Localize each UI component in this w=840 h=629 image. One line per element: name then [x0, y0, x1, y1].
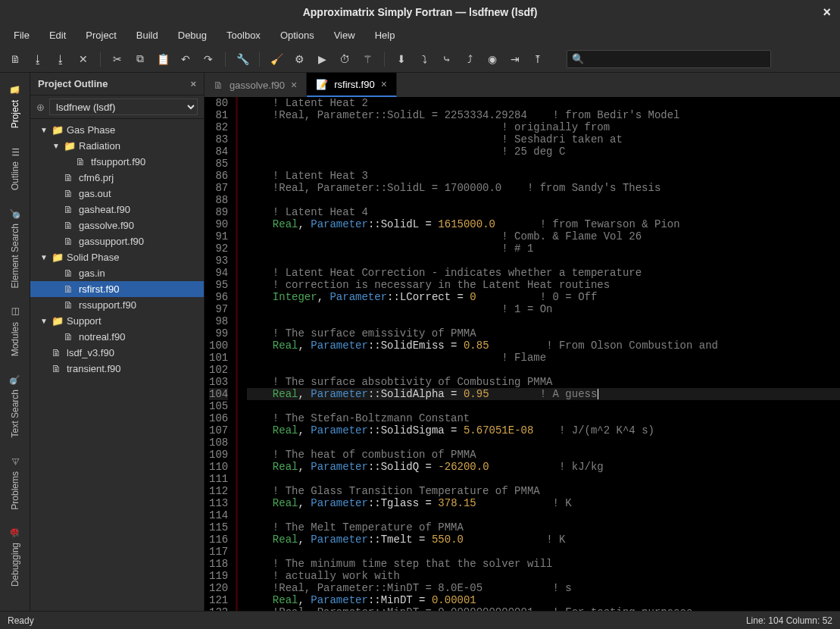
editor-tab-gassolve-f90[interactable]: 🗎gassolve.f90× [205, 73, 307, 97]
panel-close-icon[interactable]: × [190, 78, 196, 89]
tree-gas-in[interactable]: 🗎gas.in [30, 265, 204, 281]
side-tab-modules[interactable]: Modules◫ [7, 298, 23, 365]
tree-cfm6-prj[interactable]: 🗎cfm6.prj [30, 170, 204, 186]
open-icon[interactable]: ⭳ [29, 50, 47, 68]
tab-close-icon[interactable]: × [381, 78, 387, 90]
menu-build[interactable]: Build [129, 27, 166, 44]
step-over-icon[interactable]: ⤵ [415, 50, 433, 68]
editor-tabs: 🗎gassolve.f90×📝rsfirst.f90× [205, 73, 840, 97]
save-icon[interactable]: ⭳ [52, 50, 70, 68]
tree-solid-phase[interactable]: ▼📁Solid Phase [30, 249, 204, 265]
folder-icon: 📁 [64, 140, 76, 152]
tree-lsdf_v3-f90[interactable]: 🗎lsdf_v3.f90 [30, 345, 204, 361]
status-right: Line: 104 Column: 52 [746, 615, 832, 626]
search-input[interactable] [589, 53, 766, 64]
left-tab-bar: Project📁Outline☰Element Search🔍Modules◫T… [0, 73, 30, 611]
file-icon: 🗎 [52, 363, 64, 374]
file-icon: 🗎 [64, 204, 76, 215]
toolbar-separator [100, 52, 101, 67]
toolbar-separator [384, 52, 385, 67]
code-content[interactable]: ! Latent Heat 2 !Real, Parameter::SolidL… [238, 97, 840, 611]
file-icon: 🗎 [64, 236, 76, 247]
new-file-icon[interactable]: 🗎 [6, 50, 24, 68]
target-icon[interactable]: ⊕ [36, 102, 45, 113]
close-file-icon[interactable]: ✕ [74, 50, 92, 68]
tree-transient-f90[interactable]: 🗎transient.f90 [30, 361, 204, 377]
tree-notreal-f90[interactable]: 🗎notreal.f90 [30, 329, 204, 345]
toolbar-separator [259, 52, 260, 67]
step-icon[interactable]: ⬇ [392, 50, 411, 68]
gear-icon[interactable]: ⚙ [290, 50, 308, 68]
side-tab-outline[interactable]: Outline☰ [7, 137, 23, 199]
breakpoint-icon[interactable]: ◉ [483, 50, 501, 68]
code-editor[interactable]: 8081828384858687888990919293949596979899… [205, 97, 840, 611]
tree-radiation[interactable]: ▼📁Radiation [30, 138, 204, 154]
tree-rssupport-f90[interactable]: 🗎rssupport.f90 [30, 297, 204, 313]
bug-icon[interactable]: ⚚ [358, 50, 376, 68]
continue-icon[interactable]: ⇥ [506, 50, 524, 68]
menu-debug[interactable]: Debug [170, 27, 214, 44]
side-tab-project[interactable]: Project📁 [6, 76, 23, 137]
menu-file[interactable]: File [6, 27, 37, 44]
menu-view[interactable]: View [326, 27, 363, 44]
toolbar-search[interactable]: 🔍 [567, 50, 771, 68]
file-icon: 📝 [316, 79, 328, 90]
cut-icon[interactable]: ✂ [108, 50, 126, 68]
toolbar: 🗎 ⭳ ⭳ ✕ ✂ ⧉ 📋 ↶ ↷ 🔧 🧹 ⚙ ▶ ⏱ ⚚ ⬇ ⤵ ⤷ ⤴ ◉ … [0, 45, 840, 73]
menu-help[interactable]: Help [367, 27, 403, 44]
folder-icon: 📁 [52, 124, 64, 136]
menu-edit[interactable]: Edit [42, 27, 73, 44]
wrench-icon[interactable]: 🔧 [233, 50, 251, 68]
menu-options[interactable]: Options [273, 27, 322, 44]
search-icon: 🔍 [572, 53, 584, 64]
tree-gassolve-f90[interactable]: 🗎gassolve.f90 [30, 217, 204, 233]
file-icon: 🗎 [64, 220, 76, 231]
stop-icon[interactable]: ⤒ [529, 50, 547, 68]
step-out-icon[interactable]: ⤴ [461, 50, 479, 68]
panel-title: Project Outline [38, 78, 108, 89]
tree-gas-phase[interactable]: ▼📁Gas Phase [30, 122, 204, 138]
file-icon: 🗎 [64, 188, 76, 199]
redo-icon[interactable]: ↷ [199, 50, 217, 68]
statusbar: Ready Line: 104 Column: 52 [0, 611, 840, 629]
copy-icon[interactable]: ⧉ [131, 50, 149, 68]
menu-project[interactable]: Project [78, 27, 123, 44]
close-icon[interactable]: × [823, 5, 831, 20]
menu-toolbox[interactable]: Toolbox [219, 27, 268, 44]
stopwatch-icon[interactable]: ⏱ [336, 50, 354, 68]
file-icon: 🗎 [64, 299, 76, 311]
file-icon: 🗎 [64, 283, 76, 295]
tree-rsfirst-f90[interactable]: 🗎rsfirst.f90 [30, 281, 204, 297]
project-dropdown[interactable]: lsdfnew (lsdf) [49, 99, 198, 115]
paste-icon[interactable]: 📋 [154, 50, 172, 68]
clean-icon[interactable]: 🧹 [267, 50, 286, 68]
step-into-icon[interactable]: ⤷ [438, 50, 456, 68]
titlebar: Approximatrix Simply Fortran — lsdfnew (… [0, 0, 840, 24]
file-icon: 🗎 [64, 172, 76, 183]
file-icon: 🗎 [76, 156, 88, 167]
side-tab-element-search[interactable]: Element Search🔍 [6, 199, 23, 297]
project-tree: ▼📁Gas Phase▼📁Radiation🗎tfsupport.f90🗎cfm… [30, 119, 204, 611]
file-icon: 🗎 [64, 268, 76, 279]
status-left: Ready [8, 615, 34, 626]
side-tab-debugging[interactable]: Debugging🐞 [6, 518, 23, 596]
tree-gas-out[interactable]: 🗎gas.out [30, 186, 204, 202]
file-icon: 🗎 [64, 331, 76, 343]
tree-tfsupport-f90[interactable]: 🗎tfsupport.f90 [30, 154, 204, 170]
window-title: Approximatrix Simply Fortran — lsdfnew (… [303, 6, 538, 18]
tree-gasheat-f90[interactable]: 🗎gasheat.f90 [30, 202, 204, 217]
line-gutter: 8081828384858687888990919293949596979899… [205, 97, 238, 611]
folder-icon: 📁 [52, 252, 64, 263]
side-tab-text-search[interactable]: Text Search🔎 [6, 365, 23, 446]
editor-tab-rsfirst-f90[interactable]: 📝rsfirst.f90× [307, 73, 397, 97]
menubar: FileEditProjectBuildDebugToolboxOptionsV… [0, 24, 840, 45]
file-icon: 🗎 [52, 347, 64, 358]
side-tab-problems[interactable]: Problems⚠ [7, 447, 23, 519]
undo-icon[interactable]: ↶ [176, 50, 195, 68]
tree-gassupport-f90[interactable]: 🗎gassupport.f90 [30, 233, 204, 249]
tab-close-icon[interactable]: × [291, 79, 297, 91]
tree-support[interactable]: ▼📁Support [30, 313, 204, 329]
run-icon[interactable]: ▶ [313, 50, 331, 68]
folder-icon: 📁 [52, 315, 64, 327]
toolbar-separator [225, 52, 226, 67]
